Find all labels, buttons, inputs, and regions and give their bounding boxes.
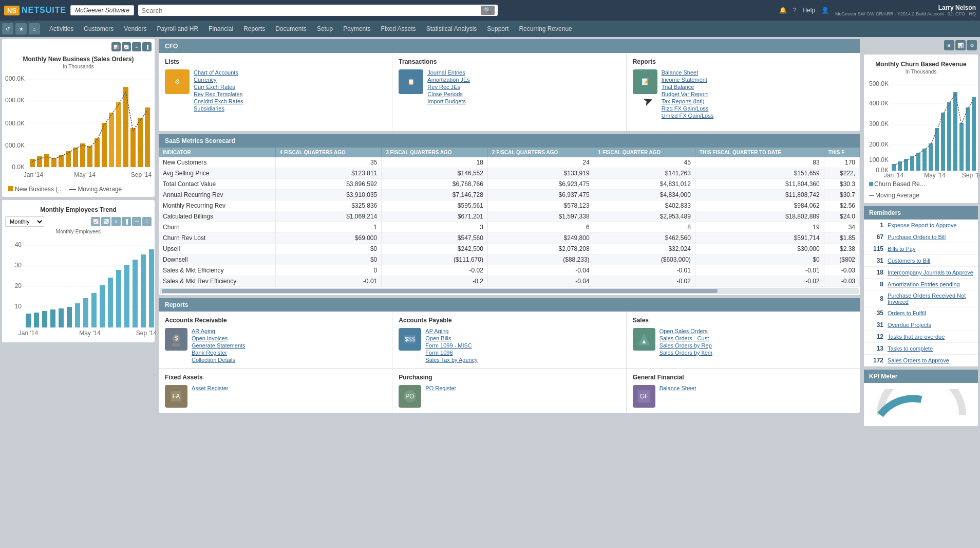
reports-ap-icon: $$$ bbox=[399, 328, 421, 351]
right-icon2[interactable]: 📊 bbox=[955, 40, 966, 50]
link-import-budgets[interactable]: Import Budgets bbox=[427, 98, 470, 104]
chart-line-icon[interactable]: 📈 bbox=[91, 217, 100, 226]
company-logo: McGeever Software bbox=[70, 5, 134, 15]
chart1-icon2[interactable]: 📈 bbox=[122, 42, 131, 51]
link-amortization-jes[interactable]: Amortization JEs bbox=[427, 77, 470, 83]
link-collection-details[interactable]: Collection Details bbox=[192, 357, 246, 363]
value-cell: $0 bbox=[275, 254, 382, 265]
reminder-label[interactable]: Bills to Pay bbox=[888, 246, 915, 252]
nav-fixed-assets[interactable]: Fixed Assets bbox=[376, 22, 421, 35]
chart1-icon3[interactable]: ≡ bbox=[132, 42, 141, 51]
link-unrlzd-fx[interactable]: Unrlzd FX Gain/Loss bbox=[662, 113, 713, 119]
svg-rect-11 bbox=[37, 156, 42, 167]
reminder-label[interactable]: Purchase Orders to Bill bbox=[888, 234, 946, 240]
reminder-label[interactable]: Intercompany Journals to Approve bbox=[888, 269, 973, 276]
link-balance-sheet-2[interactable]: Balance Sheet bbox=[659, 385, 696, 391]
value-cell: -0.02 bbox=[695, 276, 824, 287]
nav-activities[interactable]: Activities bbox=[44, 22, 79, 35]
chart-area-icon[interactable]: 📉 bbox=[101, 217, 110, 226]
link-subsidiaries[interactable]: Subsidiaries bbox=[194, 105, 243, 112]
employees-period-select[interactable]: Monthly Quarterly Annually bbox=[5, 216, 44, 227]
nav-customers[interactable]: Customers bbox=[79, 22, 119, 35]
star-icon[interactable]: ★ bbox=[15, 23, 27, 34]
saas-scrollbar[interactable] bbox=[160, 288, 859, 294]
nav-reports[interactable]: Reports bbox=[238, 22, 270, 35]
search-input[interactable] bbox=[141, 7, 481, 14]
saas-scrollbar-thumb[interactable] bbox=[162, 289, 718, 293]
nav-financial[interactable]: Financial bbox=[203, 22, 238, 35]
chart1-icon1[interactable]: 📊 bbox=[111, 42, 121, 51]
link-po-register[interactable]: PO Register bbox=[425, 385, 456, 391]
svg-text:200.0K: 200.0K bbox=[869, 141, 889, 148]
help-icon[interactable]: ? bbox=[793, 7, 797, 14]
link-open-bills[interactable]: Open Bills bbox=[425, 335, 477, 341]
link-open-sales-orders[interactable]: Open Sales Orders bbox=[659, 328, 712, 334]
chart-table-icon[interactable]: ≡ bbox=[111, 217, 121, 226]
nav-support[interactable]: Support bbox=[482, 22, 514, 35]
reminder-label[interactable]: Tasks to complete bbox=[888, 345, 933, 352]
value-cell: $242,500 bbox=[382, 244, 488, 254]
home-icon[interactable]: ⌂ bbox=[29, 23, 40, 34]
reminder-label[interactable]: Sales Orders to Approve bbox=[888, 357, 949, 363]
col-this-q-to-date: THIS FISCAL QUARTER TO DATE bbox=[695, 148, 824, 157]
notifications-icon[interactable]: 🔔 bbox=[779, 7, 787, 14]
reminder-count: 172 bbox=[868, 357, 883, 364]
link-sales-tax-agency[interactable]: Sales Tax by Agency bbox=[425, 357, 477, 363]
search-button[interactable]: 🔍 bbox=[481, 6, 495, 15]
back-icon[interactable]: ↺ bbox=[2, 23, 13, 34]
link-sales-orders-cust[interactable]: Sales Orders - Cust bbox=[659, 335, 712, 341]
nav-payroll[interactable]: Payroll and HR bbox=[152, 22, 203, 35]
right-icon3[interactable]: ⚙ bbox=[967, 40, 977, 50]
chart1-icon4[interactable]: ▐ bbox=[142, 42, 152, 51]
link-form-1096[interactable]: Form 1096 bbox=[425, 350, 477, 356]
right-icon1[interactable]: ≡ bbox=[944, 40, 954, 50]
link-asset-register[interactable]: Asset Register bbox=[192, 385, 229, 391]
cfo-header: CFO bbox=[159, 39, 860, 53]
chart-bar-icon[interactable]: ▐ bbox=[122, 217, 131, 226]
link-form-1099[interactable]: Form 1099 - MISC bbox=[425, 342, 477, 349]
reminder-label[interactable]: Customers to Bill bbox=[888, 258, 930, 264]
reminder-label[interactable]: Amortization Entries pending bbox=[888, 281, 960, 287]
svg-rect-41 bbox=[42, 311, 47, 327]
link-generate-statements[interactable]: Generate Statements bbox=[192, 342, 246, 349]
user-detail: McGeever SW OW CR/ARR · Y2014.2 Build Ac… bbox=[835, 11, 976, 16]
chart-wave-icon[interactable]: 〜 bbox=[132, 217, 141, 226]
link-close-periods[interactable]: Close Periods bbox=[427, 91, 470, 97]
help-label[interactable]: Help bbox=[802, 7, 815, 14]
nav-setup[interactable]: Setup bbox=[312, 22, 338, 35]
link-ar-aging[interactable]: AR Aging bbox=[192, 328, 246, 334]
logo-area: NS NETSUITE bbox=[4, 6, 66, 15]
link-cnsldtd-exch-rates[interactable]: Cnsldtd Exch Rates bbox=[194, 98, 243, 104]
link-rev-rec-templates[interactable]: Rev Rec Templates bbox=[194, 91, 243, 97]
link-trial-balance[interactable]: Trial Balance bbox=[662, 84, 713, 90]
reminder-label[interactable]: Expense Report to Approve bbox=[888, 222, 957, 228]
link-rlzd-fx[interactable]: Rlzd FX Gain/Loss bbox=[662, 105, 713, 112]
link-bank-register[interactable]: Bank Register bbox=[192, 350, 246, 356]
reminder-label[interactable]: Purchase Orders Received Not Invoiced bbox=[888, 293, 974, 305]
svg-rect-54 bbox=[149, 249, 154, 327]
nav-statistical[interactable]: Statistical Analysis bbox=[421, 22, 482, 35]
reminder-label[interactable]: Tasks that are overdue bbox=[888, 334, 945, 340]
link-ap-aging[interactable]: AP Aging bbox=[425, 328, 477, 334]
nav-payments[interactable]: Payments bbox=[338, 22, 375, 35]
link-income-statement[interactable]: Income Statement bbox=[662, 77, 713, 83]
nav-vendors[interactable]: Vendors bbox=[119, 22, 152, 35]
link-sales-orders-rep[interactable]: Sales Orders by Rep bbox=[659, 342, 712, 349]
chart-step-icon[interactable]: ⌇ bbox=[142, 217, 152, 226]
link-open-invoices[interactable]: Open Invoices bbox=[192, 335, 246, 341]
link-rev-rec-jes[interactable]: Rev Rec JEs bbox=[427, 84, 470, 90]
link-journal-entries[interactable]: Journal Entries bbox=[427, 69, 470, 76]
reminder-label[interactable]: Orders to Fulfill bbox=[888, 310, 926, 316]
link-currency[interactable]: Currency bbox=[194, 77, 243, 83]
link-curr-exch-rates[interactable]: Curr Exch Rates bbox=[194, 84, 243, 90]
link-chart-of-accounts[interactable]: Chart of Accounts bbox=[194, 69, 243, 76]
svg-rect-50 bbox=[116, 270, 121, 327]
nav-documents[interactable]: Documents bbox=[270, 22, 312, 35]
nav-recurring[interactable]: Recurring Revenue bbox=[514, 22, 577, 35]
link-sales-orders-item[interactable]: Sales Orders by Item bbox=[659, 350, 712, 356]
reminder-label[interactable]: Overdue Projects bbox=[888, 322, 931, 328]
link-balance-sheet[interactable]: Balance Sheet bbox=[662, 69, 713, 76]
user-icon[interactable]: 👤 bbox=[821, 7, 829, 14]
link-budget-var-report[interactable]: Budget Var Report bbox=[662, 91, 713, 97]
link-tax-reports[interactable]: Tax Reports (Intl) bbox=[662, 98, 713, 104]
